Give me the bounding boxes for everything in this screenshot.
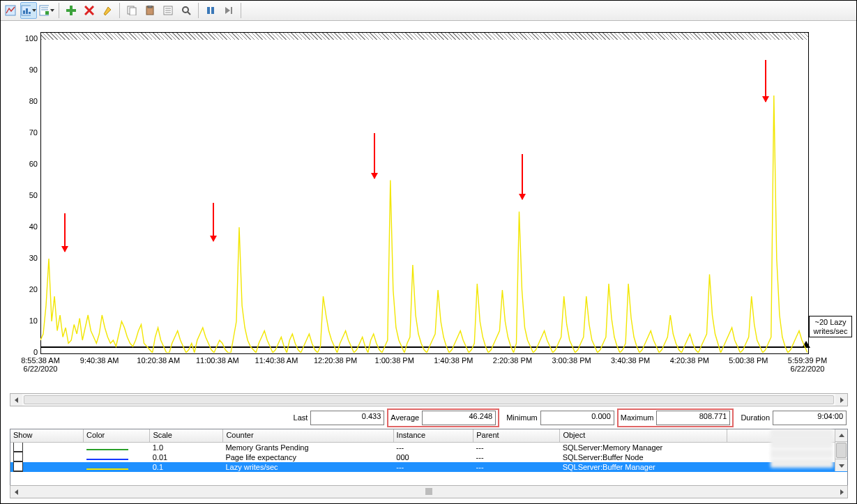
- scrollbar-track[interactable]: [22, 486, 835, 498]
- col-object[interactable]: Object: [560, 429, 727, 442]
- y-tick: 70: [10, 128, 38, 137]
- col-parent[interactable]: Parent: [473, 429, 560, 442]
- stats-row: Last 0.433 Average 46.248 Minimum 0.000 …: [10, 409, 847, 426]
- update-data-button[interactable]: [220, 2, 237, 19]
- y-tick: 80: [10, 97, 38, 105]
- copy-button[interactable]: [123, 2, 140, 19]
- delete-counter-button[interactable]: [81, 2, 98, 19]
- cell-scale: 1.0: [150, 443, 223, 452]
- cell-scale: 0.01: [150, 453, 223, 461]
- table-vertical-scrollbar[interactable]: [835, 429, 847, 471]
- scroll-right-button[interactable]: [835, 486, 847, 498]
- y-tick: 50: [10, 191, 38, 199]
- scrollbar-track[interactable]: [22, 394, 835, 406]
- table-horizontal-scrollbar[interactable]: [10, 485, 848, 498]
- x-tick: 12:20:38 PM: [304, 356, 367, 365]
- report-view-button[interactable]: [38, 2, 55, 19]
- time-scrollbar[interactable]: [10, 393, 848, 406]
- svg-line-22: [188, 12, 190, 15]
- col-show[interactable]: Show: [10, 429, 84, 442]
- svg-marker-28: [840, 397, 844, 403]
- separator: [59, 3, 59, 18]
- show-checkbox[interactable]: [13, 443, 23, 452]
- svg-rect-23: [207, 7, 210, 14]
- scroll-left-button[interactable]: [10, 486, 22, 498]
- x-tick: 4:20:38 PM: [658, 356, 721, 365]
- svg-rect-14: [130, 8, 136, 15]
- show-checkbox[interactable]: [13, 471, 23, 472]
- svg-marker-27: [15, 397, 18, 403]
- table-row[interactable]: 1.0Memory Grants Pending------SQLServer:…: [10, 443, 847, 452]
- stat-average-label: Average: [390, 413, 419, 422]
- x-tick: 1:00:38 PM: [363, 356, 426, 365]
- cell-instance: ---: [393, 443, 473, 452]
- stat-minimum-value: 0.000: [540, 411, 614, 425]
- stat-last-value: 0.433: [310, 411, 384, 425]
- svg-rect-2: [23, 10, 25, 14]
- y-tick: 40: [10, 222, 38, 231]
- col-counter[interactable]: Counter: [223, 429, 393, 442]
- y-tick: 0: [10, 348, 38, 356]
- x-tick: 1:40:38 PM: [422, 356, 485, 365]
- color-swatch: [86, 459, 128, 460]
- data-line: [40, 39, 807, 353]
- col-scale[interactable]: Scale: [150, 429, 223, 442]
- svg-rect-16: [148, 6, 152, 8]
- toolbar: [1, 1, 856, 21]
- add-counter-button[interactable]: [63, 2, 79, 19]
- x-tick: 10:20:38 AM: [127, 356, 190, 365]
- table-body: 1.0Memory Grants Pending------SQLServer:…: [10, 443, 847, 472]
- col-color[interactable]: Color: [84, 429, 150, 442]
- scroll-left-button[interactable]: [10, 394, 22, 406]
- highlight-counter-button[interactable]: [99, 2, 116, 19]
- stat-duration-value: 9:04:00: [773, 411, 847, 425]
- separator: [241, 3, 241, 18]
- cell-scale: 0.1: [150, 463, 223, 471]
- scroll-down-button[interactable]: [835, 459, 847, 471]
- cell-parent: ---: [473, 463, 560, 471]
- separator: [119, 3, 120, 18]
- svg-rect-8: [45, 11, 49, 15]
- stat-maximum-label: Maximum: [621, 413, 654, 422]
- table-row[interactable]: 0.01Page life expectancy000---SQLServer:…: [10, 452, 847, 462]
- cell-object: SQLServer:Memory Manager: [560, 443, 727, 452]
- redacted-patch: [771, 443, 833, 448]
- chevron-down-icon: [32, 9, 36, 12]
- y-tick: 60: [10, 160, 38, 168]
- separator: [198, 3, 199, 18]
- y-tick: 30: [10, 254, 38, 262]
- cell-object: SQLServer:Buffer Node: [560, 453, 727, 461]
- col-instance[interactable]: Instance: [394, 429, 474, 442]
- svg-marker-25: [225, 7, 230, 14]
- scrollbar-thumb[interactable]: [836, 443, 847, 458]
- zoom-button[interactable]: [178, 2, 195, 19]
- scroll-up-button[interactable]: [835, 429, 847, 442]
- x-tick: 3:00:38 PM: [540, 356, 603, 365]
- chart-view-button[interactable]: [2, 2, 19, 19]
- stat-minimum-label: Minimum: [506, 413, 538, 422]
- svg-point-21: [183, 7, 188, 13]
- cell-counter: Page life expectancy: [222, 453, 393, 461]
- svg-marker-29: [839, 434, 844, 437]
- freeze-display-button[interactable]: [202, 2, 219, 19]
- show-checkbox[interactable]: [13, 461, 23, 471]
- show-checkbox[interactable]: [13, 452, 23, 461]
- svg-rect-3: [26, 8, 28, 14]
- y-tick: 10: [10, 316, 38, 325]
- cell-counter: Lazy writes/sec: [222, 463, 393, 471]
- stat-average-value: 46.248: [422, 411, 496, 425]
- histogram-view-button[interactable]: [20, 2, 37, 19]
- svg-rect-24: [211, 7, 214, 14]
- x-tick: 9:40:38 AM: [68, 356, 131, 365]
- stat-last-label: Last: [294, 413, 308, 422]
- properties-button[interactable]: [160, 2, 176, 19]
- y-tick: 20: [10, 285, 38, 293]
- svg-rect-10: [66, 9, 76, 12]
- x-tick: 11:40:38 AM: [245, 356, 308, 365]
- y-tick: 100: [10, 34, 38, 43]
- x-tick: 3:40:38 PM: [599, 356, 662, 365]
- table-row[interactable]: 0.1Lazy writes/sec------SQLServer:Buffer…: [10, 462, 847, 472]
- scroll-right-button[interactable]: [835, 394, 847, 406]
- cell-parent: ---: [473, 453, 560, 461]
- paste-button[interactable]: [142, 2, 158, 19]
